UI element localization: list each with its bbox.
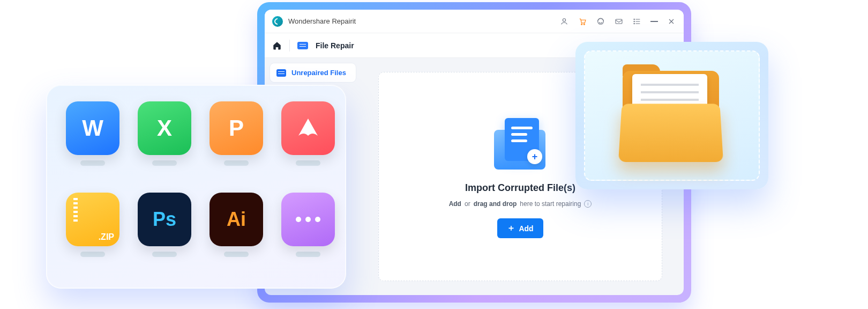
dropzone-title: Import Corrupted File(s) [465,182,575,194]
titlebar-actions [559,17,676,26]
plus-badge-icon: + [527,149,542,164]
sidebar-item-unrepaired[interactable]: Unrepaired Files [270,63,356,82]
ppt-letter: P [229,115,244,141]
folder-drop-card[interactable] [575,42,768,189]
more-icon [281,193,335,246]
label-stub [152,160,177,166]
folder-dashed-area [584,50,760,181]
illustrator-icon: Ai [209,193,263,246]
dz-sub-tail: here to start repairing [520,200,581,208]
dz-sub-or: or [465,200,470,208]
zip-icon: .ZIP [66,193,119,246]
ps-letters: Ps [153,208,176,231]
folder-icon [618,68,725,164]
excel-icon: X [138,101,191,155]
filetype-excel[interactable]: X [138,101,191,181]
filetype-pdf[interactable] [281,101,335,181]
svg-point-6 [634,21,634,21]
sidebar-item-label: Unrepaired Files [291,69,346,77]
filetype-illustrator[interactable]: Ai [209,193,263,272]
info-icon[interactable]: i [584,200,592,208]
filetype-more[interactable] [281,193,335,272]
label-stub [224,252,249,257]
filetype-photoshop[interactable]: Ps [138,193,191,272]
ai-letters: Ai [227,208,246,231]
svg-rect-4 [616,19,622,24]
label-stub [296,252,320,257]
breadcrumb-label: File Repair [316,41,354,50]
close-button[interactable] [667,17,676,26]
support-icon[interactable] [596,17,605,26]
separator [289,40,290,52]
label-stub [296,160,320,166]
dz-sub-add: Add [449,200,461,208]
word-letter: W [82,115,103,141]
add-button-label: Add [519,224,533,233]
label-stub [80,160,105,166]
dropzone-subtitle: Add or drag and drop here to start repai… [449,200,592,208]
app-logo-icon [272,16,283,27]
zip-ext: .ZIP [99,232,114,242]
word-icon: W [66,101,119,155]
cart-icon[interactable] [578,17,587,26]
document-icon [276,69,286,77]
list-icon[interactable] [632,17,642,26]
app-title: Wondershare Repairit [288,17,356,25]
svg-point-0 [563,18,565,21]
dz-sub-drag: drag and drop [474,200,517,208]
svg-point-1 [581,24,582,25]
import-illustration: + [491,115,550,174]
titlebar: Wondershare Repairit [265,10,684,33]
label-stub [224,160,249,166]
label-stub [152,252,177,257]
svg-point-5 [634,19,634,19]
filetype-powerpoint[interactable]: P [209,101,263,181]
mail-icon[interactable] [614,17,624,26]
label-stub [80,252,105,257]
svg-point-7 [634,23,634,24]
svg-point-2 [583,24,585,25]
excel-letter: X [157,115,172,141]
pdf-icon [281,101,335,155]
photoshop-icon: Ps [138,193,191,246]
file-repair-icon [297,42,308,49]
file-types-card: W X P .ZIP Ps [46,85,346,289]
user-icon[interactable] [559,17,569,26]
home-icon[interactable] [272,41,282,50]
minimize-button[interactable] [650,21,658,22]
add-button[interactable]: ＋ Add [497,218,543,238]
powerpoint-icon: P [209,101,263,155]
filetype-word[interactable]: W [66,101,119,181]
plus-icon: ＋ [507,223,515,234]
filetype-zip[interactable]: .ZIP [66,193,119,272]
